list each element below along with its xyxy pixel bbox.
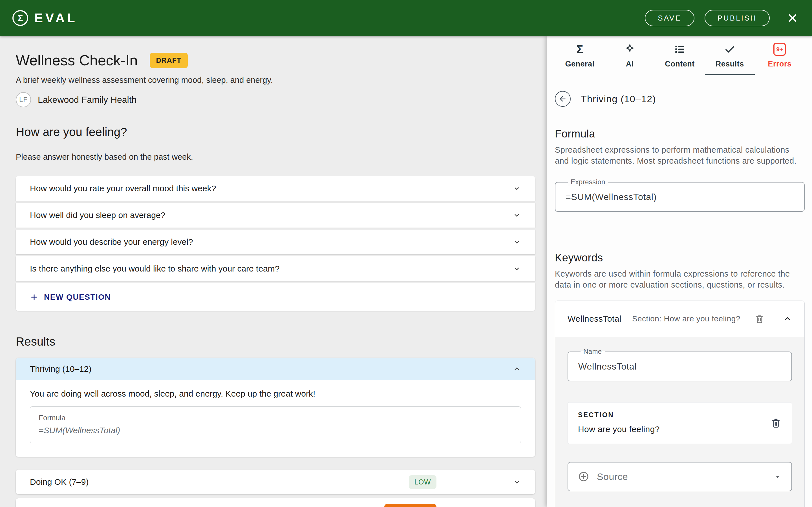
- section-value: How are you feeling?: [578, 425, 781, 434]
- sigma-glyph: Σ: [17, 13, 23, 23]
- brand-logo: Σ EVAL: [12, 10, 78, 26]
- result-title: Doing OK (7–9): [30, 477, 409, 487]
- caret-down-icon: [773, 472, 782, 481]
- keyword-name-input[interactable]: [578, 361, 781, 372]
- result-description: You are doing well across mood, sleep, a…: [30, 389, 521, 399]
- sigma-icon: Σ: [576, 43, 583, 56]
- keyword-card: WellnessTotal Section: How are you feeli…: [555, 300, 805, 507]
- panel-tabs: Σ General AI Content: [555, 43, 805, 75]
- question-label: Is there anything else you would like to…: [30, 264, 280, 274]
- keyword-context: Section: How are you feeling?: [632, 314, 741, 323]
- result-title: Thriving (10–12): [30, 364, 91, 374]
- evaluation-description: A brief weekly wellness assessment cover…: [16, 75, 535, 85]
- organization-avatar: LF: [16, 92, 31, 107]
- formula-description: Spreadsheet expressions to perform mathe…: [555, 145, 805, 166]
- keyword-name: WellnessTotal: [567, 314, 621, 324]
- result-card-collapsed[interactable]: Needs attention (4–6) MODERATE: [16, 498, 535, 507]
- section-label: SECTION: [578, 411, 781, 419]
- plus-icon: [30, 293, 38, 301]
- tab-label: Errors: [768, 60, 792, 68]
- tab-label: AI: [626, 60, 634, 68]
- chevron-down-icon[interactable]: [513, 478, 521, 486]
- chevron-down-icon[interactable]: [513, 184, 521, 193]
- keyword-section-card: SECTION How are you feeling?: [567, 402, 792, 444]
- settings-panel: Σ General AI Content: [547, 36, 812, 507]
- expression-input[interactable]: [566, 192, 794, 202]
- arrow-left-icon: [559, 95, 567, 103]
- check-icon: [724, 43, 735, 56]
- error-count-icon: 9+: [773, 43, 786, 56]
- new-question-button[interactable]: NEW QUESTION: [16, 283, 535, 311]
- chevron-down-icon[interactable]: [513, 265, 521, 273]
- chevron-down-icon[interactable]: [513, 211, 521, 219]
- formula-field-value: =SUM(WellnessTotal): [39, 426, 512, 435]
- question-row[interactable]: How well did you sleep on average?: [16, 203, 535, 228]
- tab-label: Results: [716, 60, 744, 68]
- delete-keyword-button[interactable]: [754, 314, 765, 324]
- result-title: Needs attention (4–6): [30, 506, 384, 507]
- expression-field-label: Expression: [568, 178, 608, 186]
- tab-errors[interactable]: 9+ Errors: [755, 43, 805, 75]
- brand-name: EVAL: [35, 11, 78, 25]
- organization-row: LF Lakewood Family Health: [16, 92, 535, 107]
- result-body: You are doing well across mood, sleep, a…: [16, 380, 535, 457]
- close-button[interactable]: [786, 11, 799, 24]
- risk-badge-low: LOW: [409, 475, 437, 489]
- formula-field[interactable]: Formula =SUM(WellnessTotal): [30, 406, 521, 443]
- keywords-description: Keywords are used within formula express…: [555, 269, 805, 290]
- trash-icon: [754, 314, 765, 324]
- chevron-up-icon[interactable]: [513, 365, 521, 373]
- formula-heading: Formula: [555, 128, 805, 140]
- page-title: Wellness Check-In: [16, 52, 138, 69]
- tab-general[interactable]: Σ General: [555, 43, 605, 75]
- detail-header: Thriving (10–12): [555, 91, 805, 107]
- section-instructions: Please answer honestly based on the past…: [16, 152, 535, 162]
- tab-results[interactable]: Results: [705, 43, 755, 75]
- title-row: Wellness Check-In DRAFT: [16, 52, 535, 69]
- list-icon: [674, 43, 686, 56]
- question-row[interactable]: How would you rate your overall mood thi…: [16, 176, 535, 201]
- tab-label: General: [565, 60, 595, 68]
- save-button[interactable]: SAVE: [645, 10, 694, 26]
- organization-name: Lakewood Family Health: [38, 95, 137, 105]
- result-header[interactable]: Thriving (10–12): [16, 358, 535, 380]
- content-area: Wellness Check-In DRAFT A brief weekly w…: [0, 36, 812, 507]
- result-card-expanded: Thriving (10–12) You are doing well acro…: [16, 358, 535, 457]
- tab-label: Content: [665, 60, 695, 68]
- question-label: How would you rate your overall mood thi…: [30, 184, 216, 193]
- status-badge: DRAFT: [150, 53, 188, 68]
- keyword-name-field: Name: [567, 351, 792, 381]
- top-bar: Σ EVAL SAVE PUBLISH: [0, 0, 812, 36]
- publish-button[interactable]: PUBLISH: [705, 10, 770, 26]
- question-label: How well did you sleep on average?: [30, 210, 165, 220]
- tab-ai[interactable]: AI: [605, 43, 655, 75]
- question-row[interactable]: Is there anything else you would like to…: [16, 256, 535, 281]
- chevron-up-icon[interactable]: [783, 314, 792, 323]
- keyword-header[interactable]: WellnessTotal Section: How are you feeli…: [555, 301, 804, 337]
- formula-field-label: Formula: [39, 413, 512, 422]
- section-heading: How are you feeling?: [16, 125, 535, 139]
- question-label: How would you describe your energy level…: [30, 237, 193, 247]
- result-card-collapsed[interactable]: Doing OK (7–9) LOW: [16, 469, 535, 494]
- source-select[interactable]: Source: [567, 462, 792, 491]
- keyword-name-label: Name: [580, 348, 605, 355]
- close-icon: [786, 11, 799, 24]
- back-button[interactable]: [555, 91, 571, 107]
- sparkle-icon: [624, 43, 636, 56]
- sigma-logo-icon: Σ: [12, 10, 28, 26]
- add-circle-icon: [578, 471, 590, 483]
- risk-badge-moderate: MODERATE: [384, 504, 437, 507]
- questions-list: How would you rate your overall mood thi…: [16, 176, 535, 311]
- error-count-badge: 9+: [773, 43, 786, 56]
- app-window: Σ EVAL SAVE PUBLISH Wellness Check-In DR…: [0, 0, 812, 507]
- new-question-label: NEW QUESTION: [44, 293, 111, 302]
- expression-field: Expression: [555, 182, 805, 212]
- detail-title: Thriving (10–12): [581, 94, 656, 105]
- chevron-down-icon[interactable]: [513, 238, 521, 246]
- question-row[interactable]: How would you describe your energy level…: [16, 230, 535, 255]
- source-select-label: Source: [597, 471, 773, 482]
- keywords-heading: Keywords: [555, 252, 805, 264]
- keyword-body: Name SECTION How are you feeling? Source: [555, 337, 804, 507]
- tab-content[interactable]: Content: [655, 43, 705, 75]
- delete-section-button[interactable]: [770, 417, 781, 429]
